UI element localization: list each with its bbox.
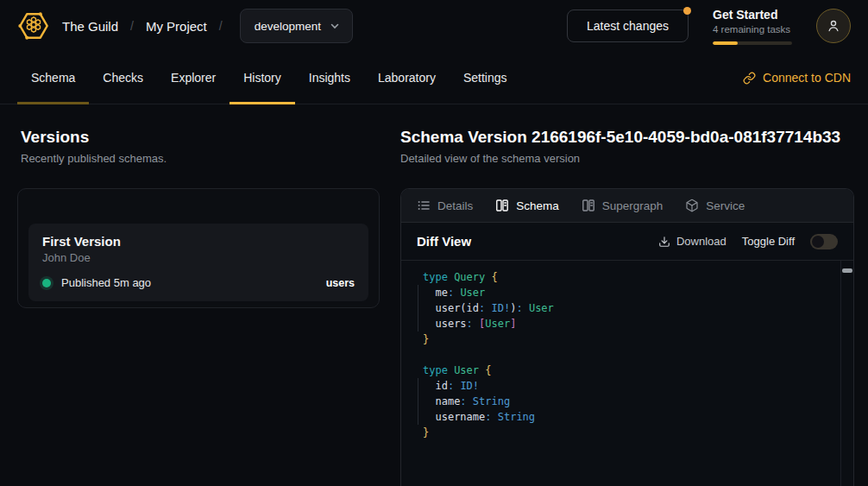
notification-dot xyxy=(683,7,691,15)
tab-label: History xyxy=(243,71,281,85)
tab-settings[interactable]: Settings xyxy=(450,52,521,104)
tab-schema[interactable]: Schema xyxy=(17,52,89,104)
tab-insights[interactable]: Insights xyxy=(295,52,364,104)
tab-label: Settings xyxy=(463,71,507,85)
breadcrumb: The Guild / My Project / development xyxy=(17,9,353,43)
scrollbar-track xyxy=(840,261,841,486)
code-line: me: User xyxy=(423,285,853,300)
link-icon xyxy=(743,72,756,85)
columns-icon xyxy=(582,199,595,212)
code-content: type Query { me: User user(id: ID!): Use… xyxy=(423,269,853,440)
cdn-link-label: Connect to CDN xyxy=(763,71,851,85)
tab-label: Explorer xyxy=(171,71,216,85)
detail-tab-label: Details xyxy=(437,199,473,212)
versions-section: Versions Recently published schemas. Fir… xyxy=(0,104,397,486)
detail-tab-schema[interactable]: Schema xyxy=(495,199,559,212)
breadcrumb-separator: / xyxy=(219,19,223,33)
detail-tab-details[interactable]: Details xyxy=(417,199,473,212)
version-status: Published 5m ago xyxy=(61,276,151,289)
diff-actions: Download Toggle Diff xyxy=(658,234,838,249)
get-started-progress-fill xyxy=(713,41,738,45)
code-line: user(id: ID!): User xyxy=(423,300,853,316)
detail-tab-label: Service xyxy=(706,199,745,212)
tab-explorer[interactable]: Explorer xyxy=(157,52,230,104)
latest-changes-label: Latest changes xyxy=(587,19,669,33)
download-label: Download xyxy=(676,235,726,248)
version-status-row: Published 5m ago users xyxy=(42,276,355,289)
breadcrumb-org[interactable]: The Guild xyxy=(62,19,118,34)
top-header: The Guild / My Project / development Lat… xyxy=(0,0,868,52)
toggle-diff-switch[interactable] xyxy=(810,234,838,249)
chevron-down-icon xyxy=(330,21,340,31)
code-line: username: String xyxy=(423,409,853,425)
code-line: users: [User] xyxy=(423,316,853,331)
get-started-widget[interactable]: Get Started 4 remaining tasks xyxy=(713,8,792,45)
code-line: type User { xyxy=(423,363,853,378)
code-line: } xyxy=(423,331,853,347)
breadcrumb-project[interactable]: My Project xyxy=(146,19,207,34)
code-line: id: ID! xyxy=(423,378,853,394)
cube-icon xyxy=(685,199,699,212)
latest-changes-button[interactable]: Latest changes xyxy=(567,9,689,42)
get-started-progress-bar xyxy=(713,41,792,45)
version-detail-section: Schema Version 2166196f-5e10-4059-bd0a-0… xyxy=(397,104,868,486)
version-name: First Version xyxy=(42,234,355,249)
main-nav: Schema Checks Explorer History Insights … xyxy=(0,52,868,104)
connect-to-cdn-link[interactable]: Connect to CDN xyxy=(743,52,851,104)
user-icon xyxy=(826,18,841,34)
detail-tab-bar: Details Schema xyxy=(401,189,853,223)
target-selector-value: development xyxy=(255,20,321,33)
breadcrumb-separator: / xyxy=(130,19,134,33)
tab-label: Insights xyxy=(309,71,350,85)
version-author: John Doe xyxy=(42,251,355,265)
get-started-subtitle: 4 remaining tasks xyxy=(713,23,792,36)
tab-laboratory[interactable]: Laboratory xyxy=(364,52,450,104)
tab-label: Laboratory xyxy=(378,71,436,85)
indent-guide xyxy=(418,285,418,331)
code-line xyxy=(423,347,853,363)
list-icon xyxy=(417,199,431,212)
detail-tab-supergraph[interactable]: Supergraph xyxy=(582,199,664,212)
app-root: The Guild / My Project / development Lat… xyxy=(0,0,868,486)
download-button[interactable]: Download xyxy=(658,235,726,248)
detail-tab-service[interactable]: Service xyxy=(685,199,745,212)
tab-checks[interactable]: Checks xyxy=(89,52,157,104)
diff-view-header: Diff View Download Toggle Diff xyxy=(401,223,853,261)
columns-icon xyxy=(495,199,509,212)
toggle-diff-knob xyxy=(812,236,824,248)
detail-tab-label: Schema xyxy=(516,199,559,212)
hive-logo-icon[interactable] xyxy=(17,9,50,42)
version-detail-title: Schema Version 2166196f-5e10-4059-bd0a-0… xyxy=(400,128,854,147)
versions-subtitle: Recently published schemas. xyxy=(21,152,380,166)
target-selector[interactable]: development xyxy=(240,9,353,43)
versions-title: Versions xyxy=(21,128,380,147)
code-line: } xyxy=(423,425,853,440)
code-line: type Query { xyxy=(423,269,853,285)
version-detail-subtitle: Detailed view of the schema version xyxy=(400,152,854,166)
versions-panel: First Version John Doe Published 5m ago … xyxy=(17,188,380,308)
diff-view-title: Diff View xyxy=(417,234,471,249)
service-badge: users xyxy=(326,277,355,289)
tab-history[interactable]: History xyxy=(230,52,295,104)
schema-code-editor[interactable]: type Query { me: User user(id: ID!): Use… xyxy=(401,261,853,486)
code-line: name: String xyxy=(423,394,853,409)
get-started-title: Get Started xyxy=(713,8,792,22)
main-content: Versions Recently published schemas. Fir… xyxy=(0,104,868,486)
tab-label: Checks xyxy=(103,71,143,85)
download-icon xyxy=(658,236,670,248)
published-status-dot xyxy=(42,279,51,287)
indent-guide xyxy=(418,378,418,425)
version-list-item[interactable]: First Version John Doe Published 5m ago … xyxy=(28,224,368,301)
detail-tab-label: Supergraph xyxy=(602,199,664,212)
header-actions: Latest changes Get Started 4 remaining t… xyxy=(567,8,851,45)
tab-label: Schema xyxy=(31,71,75,85)
scrollbar-thumb[interactable] xyxy=(842,268,852,273)
toggle-diff-label: Toggle Diff xyxy=(742,235,795,248)
version-detail-card: Details Schema xyxy=(400,188,854,486)
user-avatar[interactable] xyxy=(816,9,851,43)
